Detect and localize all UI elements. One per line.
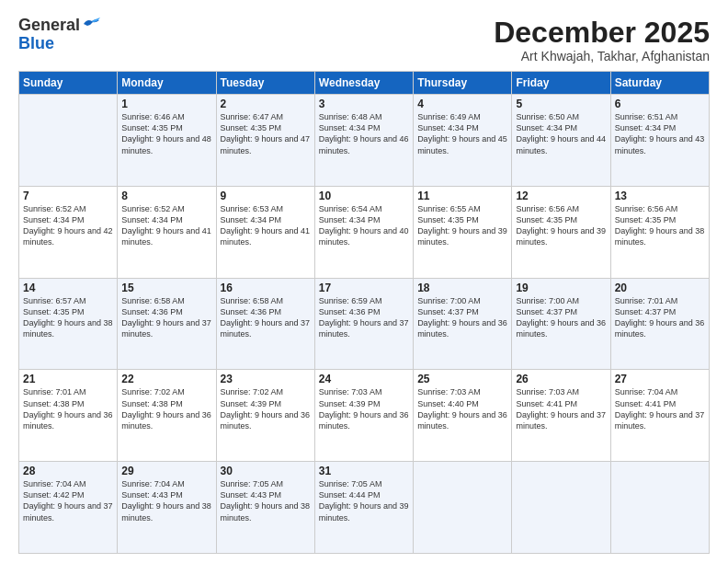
day-number: 9	[221, 190, 311, 202]
day-number: 12	[516, 190, 606, 202]
sunset-text: Sunset: 4:34 PM	[516, 122, 606, 133]
sunset-text: Sunset: 4:35 PM	[516, 214, 606, 225]
title-block: December 2025 Art Khwajah, Takhar, Afgha…	[494, 17, 710, 63]
table-row: 18Sunrise: 7:00 AMSunset: 4:37 PMDayligh…	[414, 278, 512, 370]
day-number: 23	[221, 373, 311, 385]
daylight-text: Daylight: 9 hours and 36 minutes.	[516, 317, 606, 339]
daylight-text: Daylight: 9 hours and 44 minutes.	[516, 133, 606, 155]
day-number: 2	[221, 98, 311, 110]
sunrise-text: Sunrise: 7:01 AM	[23, 386, 113, 397]
day-number: 30	[221, 465, 311, 477]
day-number: 17	[319, 282, 409, 294]
daylight-text: Daylight: 9 hours and 39 minutes.	[319, 500, 409, 523]
sunset-text: Sunset: 4:34 PM	[319, 122, 409, 133]
daylight-text: Daylight: 9 hours and 41 minutes.	[121, 225, 211, 247]
day-info: Sunrise: 7:00 AMSunset: 4:37 PMDaylight:…	[516, 295, 606, 340]
day-info: Sunrise: 6:57 AMSunset: 4:35 PMDaylight:…	[23, 295, 113, 340]
sunrise-text: Sunrise: 7:05 AM	[221, 478, 311, 489]
table-row: 29Sunrise: 7:04 AMSunset: 4:43 PMDayligh…	[118, 462, 216, 554]
calendar-table: Sunday Monday Tuesday Wednesday Thursday…	[18, 71, 710, 554]
sunset-text: Sunset: 4:35 PM	[121, 122, 211, 133]
day-info: Sunrise: 7:03 AMSunset: 4:40 PMDaylight:…	[417, 386, 507, 431]
day-number: 26	[516, 373, 606, 385]
day-info: Sunrise: 7:00 AMSunset: 4:37 PMDaylight:…	[417, 295, 507, 340]
calendar-week-row: 7Sunrise: 6:52 AMSunset: 4:34 PMDaylight…	[19, 186, 710, 278]
sunrise-text: Sunrise: 7:04 AM	[615, 386, 705, 397]
logo-general-text: General	[18, 17, 80, 35]
table-row: 28Sunrise: 7:04 AMSunset: 4:42 PMDayligh…	[19, 462, 118, 554]
daylight-text: Daylight: 9 hours and 42 minutes.	[23, 225, 113, 247]
day-info: Sunrise: 7:03 AMSunset: 4:41 PMDaylight:…	[516, 386, 606, 431]
daylight-text: Daylight: 9 hours and 47 minutes.	[221, 133, 311, 155]
day-info: Sunrise: 7:02 AMSunset: 4:38 PMDaylight:…	[121, 386, 211, 431]
col-friday: Friday	[512, 72, 610, 95]
day-info: Sunrise: 6:47 AMSunset: 4:35 PMDaylight:…	[221, 111, 311, 156]
day-number: 13	[615, 190, 705, 202]
table-row: 20Sunrise: 7:01 AMSunset: 4:37 PMDayligh…	[610, 278, 709, 370]
sunset-text: Sunset: 4:38 PM	[23, 398, 113, 409]
col-thursday: Thursday	[414, 72, 512, 95]
sunset-text: Sunset: 4:36 PM	[221, 306, 311, 317]
table-row: 2Sunrise: 6:47 AMSunset: 4:35 PMDaylight…	[216, 95, 314, 187]
day-number: 3	[319, 98, 409, 110]
sunrise-text: Sunrise: 7:03 AM	[516, 386, 606, 397]
sunrise-text: Sunrise: 7:04 AM	[121, 478, 211, 489]
sunrise-text: Sunrise: 7:00 AM	[417, 295, 507, 306]
daylight-text: Daylight: 9 hours and 37 minutes.	[615, 409, 705, 431]
daylight-text: Daylight: 9 hours and 38 minutes.	[615, 225, 705, 247]
day-number: 18	[417, 282, 507, 294]
calendar-week-row: 1Sunrise: 6:46 AMSunset: 4:35 PMDaylight…	[19, 95, 710, 187]
table-row: 17Sunrise: 6:59 AMSunset: 4:36 PMDayligh…	[314, 278, 413, 370]
table-row	[19, 95, 118, 187]
day-number: 24	[319, 373, 409, 385]
day-number: 29	[121, 465, 211, 477]
daylight-text: Daylight: 9 hours and 36 minutes.	[319, 409, 409, 431]
sunrise-text: Sunrise: 6:56 AM	[516, 203, 606, 214]
sunrise-text: Sunrise: 6:58 AM	[221, 295, 311, 306]
sunset-text: Sunset: 4:43 PM	[221, 489, 311, 500]
table-row: 25Sunrise: 7:03 AMSunset: 4:40 PMDayligh…	[414, 370, 512, 462]
day-info: Sunrise: 6:46 AMSunset: 4:35 PMDaylight:…	[121, 111, 211, 156]
sunset-text: Sunset: 4:38 PM	[121, 398, 211, 409]
sunset-text: Sunset: 4:37 PM	[516, 306, 606, 317]
table-row: 19Sunrise: 7:00 AMSunset: 4:37 PMDayligh…	[512, 278, 610, 370]
daylight-text: Daylight: 9 hours and 48 minutes.	[121, 133, 211, 155]
table-row: 14Sunrise: 6:57 AMSunset: 4:35 PMDayligh…	[19, 278, 118, 370]
col-saturday: Saturday	[610, 72, 709, 95]
sunset-text: Sunset: 4:35 PM	[221, 122, 311, 133]
col-sunday: Sunday	[19, 72, 118, 95]
daylight-text: Daylight: 9 hours and 37 minutes.	[319, 317, 409, 339]
sunrise-text: Sunrise: 6:52 AM	[23, 203, 113, 214]
day-info: Sunrise: 6:52 AMSunset: 4:34 PMDaylight:…	[121, 203, 211, 248]
sunrise-text: Sunrise: 6:54 AM	[319, 203, 409, 214]
col-tuesday: Tuesday	[216, 72, 314, 95]
sunset-text: Sunset: 4:42 PM	[23, 489, 113, 500]
day-number: 4	[417, 98, 507, 110]
day-number: 20	[615, 282, 705, 294]
day-info: Sunrise: 6:50 AMSunset: 4:34 PMDaylight:…	[516, 111, 606, 156]
daylight-text: Daylight: 9 hours and 36 minutes.	[615, 317, 705, 339]
day-info: Sunrise: 7:05 AMSunset: 4:43 PMDaylight:…	[221, 478, 311, 523]
daylight-text: Daylight: 9 hours and 36 minutes.	[121, 409, 211, 431]
day-number: 22	[121, 373, 211, 385]
day-number: 25	[417, 373, 507, 385]
sunrise-text: Sunrise: 7:02 AM	[121, 386, 211, 397]
sunset-text: Sunset: 4:34 PM	[615, 122, 705, 133]
table-row: 3Sunrise: 6:48 AMSunset: 4:34 PMDaylight…	[314, 95, 413, 187]
sunset-text: Sunset: 4:34 PM	[319, 214, 409, 225]
table-row	[512, 462, 610, 554]
table-row: 1Sunrise: 6:46 AMSunset: 4:35 PMDaylight…	[118, 95, 216, 187]
day-number: 15	[121, 282, 211, 294]
day-info: Sunrise: 6:59 AMSunset: 4:36 PMDaylight:…	[319, 295, 409, 340]
day-number: 5	[516, 98, 606, 110]
table-row	[610, 462, 709, 554]
daylight-text: Daylight: 9 hours and 41 minutes.	[221, 225, 311, 247]
daylight-text: Daylight: 9 hours and 37 minutes.	[23, 500, 113, 523]
table-row: 5Sunrise: 6:50 AMSunset: 4:34 PMDaylight…	[512, 95, 610, 187]
sunset-text: Sunset: 4:43 PM	[121, 489, 211, 500]
sunset-text: Sunset: 4:35 PM	[615, 214, 705, 225]
calendar-week-row: 21Sunrise: 7:01 AMSunset: 4:38 PMDayligh…	[19, 370, 710, 462]
day-info: Sunrise: 7:04 AMSunset: 4:42 PMDaylight:…	[23, 478, 113, 523]
day-number: 6	[615, 98, 705, 110]
sunset-text: Sunset: 4:35 PM	[417, 214, 507, 225]
